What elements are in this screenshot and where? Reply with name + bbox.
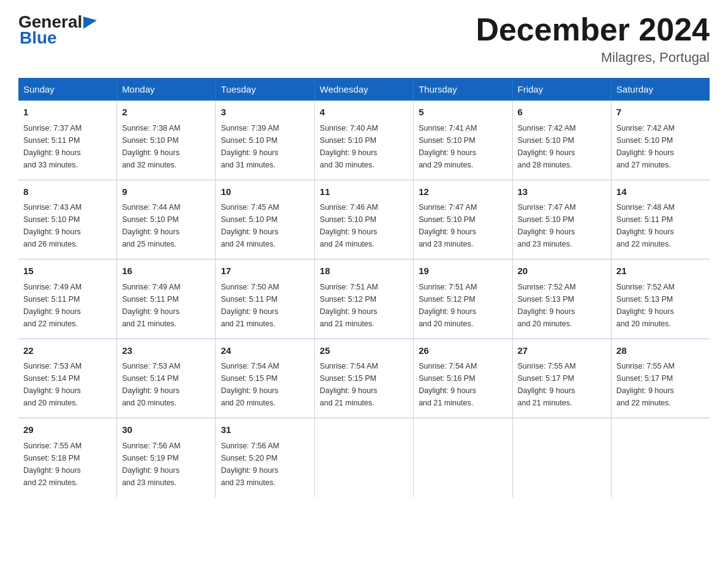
day-info: Sunrise: 7:39 AM Sunset: 5:10 PM Dayligh… bbox=[221, 122, 309, 171]
day-number: 5 bbox=[419, 105, 507, 120]
calendar-cell: 8 Sunrise: 7:43 AM Sunset: 5:10 PM Dayli… bbox=[18, 180, 117, 259]
calendar-body: 1 Sunrise: 7:37 AM Sunset: 5:11 PM Dayli… bbox=[18, 101, 710, 497]
calendar-cell: 20 Sunrise: 7:52 AM Sunset: 5:13 PM Dayl… bbox=[512, 259, 611, 339]
day-number: 15 bbox=[23, 264, 112, 278]
day-info: Sunrise: 7:45 AM Sunset: 5:10 PM Dayligh… bbox=[221, 201, 309, 250]
day-number: 4 bbox=[320, 105, 408, 120]
day-number: 30 bbox=[122, 423, 210, 437]
calendar-cell: 13 Sunrise: 7:47 AM Sunset: 5:10 PM Dayl… bbox=[512, 180, 611, 259]
header-monday: Monday bbox=[117, 78, 216, 101]
day-info: Sunrise: 7:53 AM Sunset: 5:14 PM Dayligh… bbox=[122, 360, 210, 409]
day-number: 21 bbox=[616, 264, 705, 278]
day-number: 18 bbox=[320, 264, 408, 278]
day-info: Sunrise: 7:46 AM Sunset: 5:10 PM Dayligh… bbox=[320, 201, 408, 250]
header-tuesday: Tuesday bbox=[216, 78, 314, 101]
calendar-cell: 27 Sunrise: 7:55 AM Sunset: 5:17 PM Dayl… bbox=[512, 339, 611, 418]
day-number: 11 bbox=[320, 185, 408, 199]
day-info: Sunrise: 7:47 AM Sunset: 5:10 PM Dayligh… bbox=[419, 201, 507, 250]
calendar-cell: 19 Sunrise: 7:51 AM Sunset: 5:12 PM Dayl… bbox=[414, 259, 512, 339]
calendar-cell: 23 Sunrise: 7:53 AM Sunset: 5:14 PM Dayl… bbox=[117, 339, 216, 418]
day-number: 27 bbox=[518, 344, 606, 358]
calendar-cell: 24 Sunrise: 7:54 AM Sunset: 5:15 PM Dayl… bbox=[216, 339, 314, 418]
day-number: 29 bbox=[23, 423, 112, 437]
calendar-cell: 7 Sunrise: 7:42 AM Sunset: 5:10 PM Dayli… bbox=[611, 101, 710, 180]
day-info: Sunrise: 7:42 AM Sunset: 5:10 PM Dayligh… bbox=[616, 122, 705, 171]
calendar-cell: 17 Sunrise: 7:50 AM Sunset: 5:11 PM Dayl… bbox=[216, 259, 314, 339]
calendar-cell: 14 Sunrise: 7:48 AM Sunset: 5:11 PM Dayl… bbox=[611, 180, 710, 259]
calendar-cell: 21 Sunrise: 7:52 AM Sunset: 5:13 PM Dayl… bbox=[611, 259, 710, 339]
day-info: Sunrise: 7:55 AM Sunset: 5:17 PM Dayligh… bbox=[616, 360, 705, 409]
calendar-header: SundayMondayTuesdayWednesdayThursdayFrid… bbox=[18, 78, 710, 101]
day-info: Sunrise: 7:51 AM Sunset: 5:12 PM Dayligh… bbox=[419, 281, 507, 330]
calendar-cell: 26 Sunrise: 7:54 AM Sunset: 5:16 PM Dayl… bbox=[414, 339, 512, 418]
logo-blue: Blue bbox=[20, 28, 57, 48]
calendar-cell: 3 Sunrise: 7:39 AM Sunset: 5:10 PM Dayli… bbox=[216, 101, 314, 180]
calendar-cell: 18 Sunrise: 7:51 AM Sunset: 5:12 PM Dayl… bbox=[314, 259, 413, 339]
day-info: Sunrise: 7:38 AM Sunset: 5:10 PM Dayligh… bbox=[122, 122, 210, 171]
day-number: 19 bbox=[419, 264, 507, 278]
day-info: Sunrise: 7:53 AM Sunset: 5:14 PM Dayligh… bbox=[23, 360, 112, 409]
day-info: Sunrise: 7:54 AM Sunset: 5:15 PM Dayligh… bbox=[221, 360, 309, 409]
calendar-cell: 9 Sunrise: 7:44 AM Sunset: 5:10 PM Dayli… bbox=[117, 180, 216, 259]
day-number: 25 bbox=[320, 344, 408, 358]
day-number: 20 bbox=[518, 264, 606, 278]
day-info: Sunrise: 7:54 AM Sunset: 5:15 PM Dayligh… bbox=[320, 360, 408, 409]
day-info: Sunrise: 7:37 AM Sunset: 5:11 PM Dayligh… bbox=[23, 122, 112, 171]
svg-marker-0 bbox=[83, 17, 97, 29]
day-info: Sunrise: 7:42 AM Sunset: 5:10 PM Dayligh… bbox=[518, 122, 606, 171]
calendar-cell: 25 Sunrise: 7:54 AM Sunset: 5:15 PM Dayl… bbox=[314, 339, 413, 418]
day-info: Sunrise: 7:54 AM Sunset: 5:16 PM Dayligh… bbox=[419, 360, 507, 409]
day-number: 3 bbox=[221, 105, 309, 120]
calendar-cell: 22 Sunrise: 7:53 AM Sunset: 5:14 PM Dayl… bbox=[18, 339, 117, 418]
day-info: Sunrise: 7:44 AM Sunset: 5:10 PM Dayligh… bbox=[122, 201, 210, 250]
day-number: 10 bbox=[221, 185, 309, 199]
day-number: 6 bbox=[518, 105, 606, 120]
day-number: 31 bbox=[221, 423, 309, 437]
day-info: Sunrise: 7:43 AM Sunset: 5:10 PM Dayligh… bbox=[23, 201, 112, 250]
calendar-cell: 29 Sunrise: 7:55 AM Sunset: 5:18 PM Dayl… bbox=[18, 418, 117, 497]
header-thursday: Thursday bbox=[414, 78, 512, 101]
day-info: Sunrise: 7:55 AM Sunset: 5:17 PM Dayligh… bbox=[518, 360, 606, 409]
week-row-2: 8 Sunrise: 7:43 AM Sunset: 5:10 PM Dayli… bbox=[18, 180, 710, 259]
header-wednesday: Wednesday bbox=[314, 78, 413, 101]
day-info: Sunrise: 7:41 AM Sunset: 5:10 PM Dayligh… bbox=[419, 122, 507, 171]
day-info: Sunrise: 7:49 AM Sunset: 5:11 PM Dayligh… bbox=[122, 281, 210, 330]
day-number: 28 bbox=[616, 344, 705, 358]
day-info: Sunrise: 7:52 AM Sunset: 5:13 PM Dayligh… bbox=[518, 281, 606, 330]
day-number: 26 bbox=[419, 344, 507, 358]
day-number: 24 bbox=[221, 344, 309, 358]
day-number: 17 bbox=[221, 264, 309, 278]
calendar-cell: 1 Sunrise: 7:37 AM Sunset: 5:11 PM Dayli… bbox=[18, 101, 117, 180]
week-row-3: 15 Sunrise: 7:49 AM Sunset: 5:11 PM Dayl… bbox=[18, 259, 710, 339]
calendar-cell: 12 Sunrise: 7:47 AM Sunset: 5:10 PM Dayl… bbox=[414, 180, 512, 259]
calendar-cell: 4 Sunrise: 7:40 AM Sunset: 5:10 PM Dayli… bbox=[314, 101, 413, 180]
calendar-cell: 11 Sunrise: 7:46 AM Sunset: 5:10 PM Dayl… bbox=[314, 180, 413, 259]
logo: General Blue bbox=[18, 12, 97, 48]
calendar-table: SundayMondayTuesdayWednesdayThursdayFrid… bbox=[18, 78, 710, 497]
header-friday: Friday bbox=[512, 78, 611, 101]
calendar-subtitle: Milagres, Portugal bbox=[476, 50, 710, 66]
logo-triangle-icon bbox=[83, 17, 97, 29]
week-row-1: 1 Sunrise: 7:37 AM Sunset: 5:11 PM Dayli… bbox=[18, 101, 710, 180]
calendar-cell: 31 Sunrise: 7:56 AM Sunset: 5:20 PM Dayl… bbox=[216, 418, 314, 497]
calendar-cell: 28 Sunrise: 7:55 AM Sunset: 5:17 PM Dayl… bbox=[611, 339, 710, 418]
title-block: December 2024 Milagres, Portugal bbox=[476, 12, 710, 66]
day-info: Sunrise: 7:55 AM Sunset: 5:18 PM Dayligh… bbox=[23, 440, 112, 489]
calendar-cell: 6 Sunrise: 7:42 AM Sunset: 5:10 PM Dayli… bbox=[512, 101, 611, 180]
day-info: Sunrise: 7:56 AM Sunset: 5:19 PM Dayligh… bbox=[122, 440, 210, 489]
day-info: Sunrise: 7:48 AM Sunset: 5:11 PM Dayligh… bbox=[616, 201, 705, 250]
calendar-cell bbox=[314, 418, 413, 497]
calendar-cell: 10 Sunrise: 7:45 AM Sunset: 5:10 PM Dayl… bbox=[216, 180, 314, 259]
day-number: 9 bbox=[122, 185, 210, 199]
calendar-cell: 30 Sunrise: 7:56 AM Sunset: 5:19 PM Dayl… bbox=[117, 418, 216, 497]
calendar-title: December 2024 bbox=[476, 12, 710, 47]
day-number: 1 bbox=[23, 105, 112, 120]
day-number: 23 bbox=[122, 344, 210, 358]
day-number: 13 bbox=[518, 185, 606, 199]
header-sunday: Sunday bbox=[18, 78, 117, 101]
days-of-week-row: SundayMondayTuesdayWednesdayThursdayFrid… bbox=[18, 78, 710, 101]
calendar-cell bbox=[611, 418, 710, 497]
day-number: 14 bbox=[616, 185, 705, 199]
day-number: 12 bbox=[419, 185, 507, 199]
calendar-cell: 2 Sunrise: 7:38 AM Sunset: 5:10 PM Dayli… bbox=[117, 101, 216, 180]
